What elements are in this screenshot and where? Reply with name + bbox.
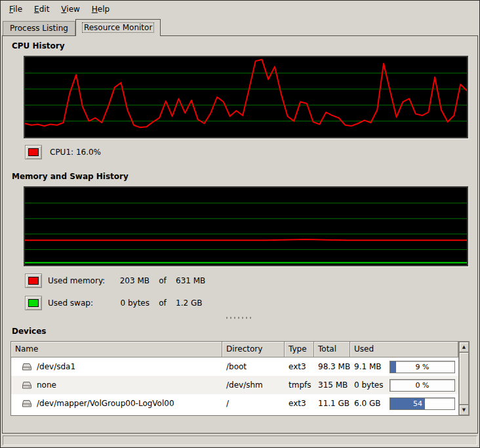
menu-view[interactable]: View [55, 2, 85, 16]
usage-progressbar: 9 % [390, 361, 455, 373]
memory-legend-row: Used memory: 203 MB of 631 MB [25, 273, 470, 289]
column-header-directory[interactable]: Directory [222, 342, 285, 357]
usage-percent-label: 9 % [390, 361, 454, 373]
memory-color [28, 277, 39, 285]
device-directory: /dev/shm [222, 380, 285, 390]
memory-label: Used memory: [48, 276, 108, 285]
devices-title: Devices [12, 327, 470, 337]
device-type: ext3 [285, 399, 314, 408]
column-header-total[interactable]: Total [314, 342, 350, 357]
tab-process-listing[interactable]: Process Listing [3, 21, 75, 35]
device-total: 98.3 MB [314, 362, 350, 371]
column-header-type[interactable]: Type [285, 342, 314, 357]
menu-file[interactable]: File [3, 2, 28, 16]
device-used: 0 bytes [354, 380, 384, 390]
swap-of-label: of [155, 298, 170, 308]
menu-help[interactable]: Help [86, 2, 115, 16]
device-directory: / [222, 399, 285, 408]
cpu1-legend-label: CPU1: 16.0% [50, 148, 101, 157]
devices-table: Name Directory Type Total Used /dev/sda1… [10, 341, 470, 416]
device-type: ext3 [285, 362, 314, 371]
device-total: 315 MB [314, 380, 350, 390]
device-name: /dev/mapper/VolGroup00-LogVol00 [37, 399, 174, 408]
drive-icon [22, 363, 32, 371]
usage-progressbar: 0 % [390, 379, 455, 392]
table-row[interactable]: /dev/sda1 /boot ext3 98.3 MB 9.1 MB 9 % [11, 357, 458, 376]
memory-history-title: Memory and Swap History [12, 172, 470, 182]
scrollbar-thumb[interactable] [459, 352, 469, 405]
device-used: 9.1 MB [354, 362, 381, 371]
memory-history-chart [24, 186, 468, 266]
tab-resource-monitor[interactable]: Resource Monitor [75, 19, 161, 36]
device-name: none [37, 380, 56, 390]
swap-legend-row: Used swap: 0 bytes of 1.2 GB [25, 295, 470, 311]
devices-table-header: Name Directory Type Total Used [11, 342, 458, 357]
memory-color-swatch[interactable] [25, 274, 42, 288]
memory-history-graph [25, 188, 467, 265]
tab-bar: Process Listing Resource Monitor [1, 18, 479, 35]
cpu-history-graph [25, 57, 467, 137]
tab-process-listing-label: Process Listing [10, 24, 68, 33]
usage-progressbar: 54 % [390, 397, 455, 410]
pane-resize-grip[interactable] [226, 316, 254, 320]
swap-total-value: 1.2 GB [176, 298, 470, 308]
scrollbar-trough [459, 352, 469, 405]
status-bar [3, 436, 477, 445]
swap-color-swatch[interactable] [25, 296, 42, 310]
cpu-history-title: CPU History [12, 41, 470, 52]
resource-monitor-page: CPU History CPU1: 16.0% Memory and Swap … [2, 35, 478, 434]
scroll-up-button[interactable]: ▲ [459, 342, 469, 352]
device-name: /dev/sda1 [37, 362, 75, 371]
devices-table-main: Name Directory Type Total Used /dev/sda1… [11, 342, 458, 415]
table-row[interactable]: /dev/mapper/VolGroup00-LogVol00 / ext3 1… [11, 394, 458, 413]
drive-icon [22, 381, 32, 390]
system-monitor-window: File Edit View Help Process Listing Reso… [0, 0, 480, 448]
swap-label: Used swap: [48, 298, 108, 308]
drive-icon [22, 399, 32, 408]
memory-of-label: of [155, 276, 170, 285]
cpu-history-chart [24, 56, 468, 138]
column-header-name[interactable]: Name [11, 342, 222, 357]
cpu-legend: CPU1: 16.0% [25, 144, 470, 160]
column-header-used[interactable]: Used [350, 342, 458, 357]
device-type: tmpfs [285, 380, 314, 390]
memory-used-value: 203 MB [114, 276, 150, 285]
usage-percent-label: 54 % [390, 398, 454, 409]
device-used: 6.0 GB [354, 399, 380, 408]
usage-percent-label: 0 % [390, 380, 454, 391]
memory-total-value: 631 MB [176, 276, 470, 285]
vertical-scrollbar: ▲ ▼ [458, 342, 469, 415]
menu-bar: File Edit View Help [1, 1, 479, 18]
cpu1-color [28, 148, 39, 156]
device-directory: /boot [222, 362, 285, 371]
menu-edit[interactable]: Edit [28, 2, 55, 16]
swap-used-value: 0 bytes [114, 298, 150, 308]
table-row[interactable]: none /dev/shm tmpfs 315 MB 0 bytes 0 % [11, 376, 458, 394]
scroll-down-button[interactable]: ▼ [459, 405, 469, 415]
device-total: 11.1 GB [314, 399, 350, 408]
cpu1-color-swatch[interactable] [25, 145, 42, 159]
swap-color [28, 299, 39, 307]
devices-table-body: /dev/sda1 /boot ext3 98.3 MB 9.1 MB 9 % … [11, 357, 458, 415]
tab-resource-monitor-label: Resource Monitor [83, 23, 153, 32]
